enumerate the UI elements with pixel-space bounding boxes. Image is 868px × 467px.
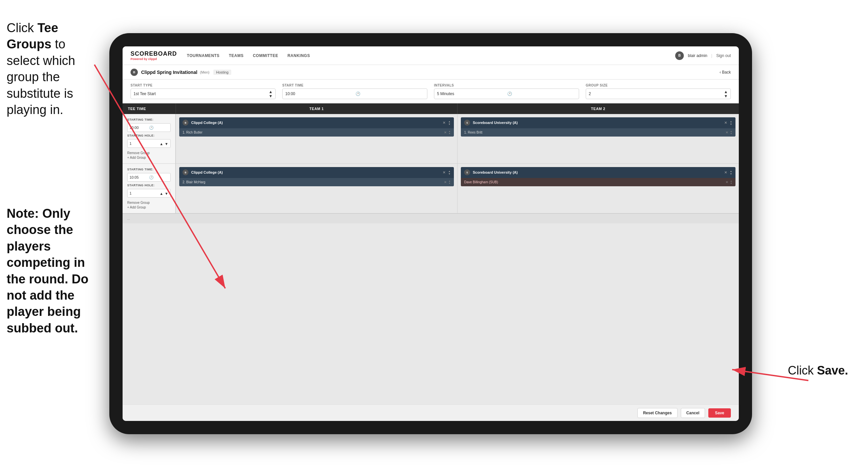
- save-button[interactable]: Save: [708, 408, 731, 418]
- start-type-up[interactable]: ▲: [269, 90, 273, 94]
- tee-time-col-1: STARTING TIME: 10:00 🕐 STARTING HOLE: 1 …: [123, 114, 176, 164]
- team1-controls-1: ✕ ▲ ▼: [443, 120, 451, 125]
- player-remove-1-2[interactable]: ✕: [444, 180, 446, 184]
- group-row-1: STARTING TIME: 10:00 🕐 STARTING HOLE: 1 …: [123, 114, 739, 164]
- starting-hole-input-2[interactable]: 1 ▲ ▼: [127, 189, 170, 198]
- player-remove-1-1[interactable]: ✕: [444, 130, 446, 134]
- save-bold: Save.: [817, 363, 848, 377]
- add-group-1[interactable]: + Add Group: [127, 156, 170, 159]
- player-up-2-1[interactable]: ▲: [730, 130, 732, 132]
- team1-header-1: B Clippd College (A) ✕ ▲ ▼: [179, 117, 454, 128]
- clock-icon: 🕐: [355, 91, 424, 96]
- gender-badge: (Men): [200, 70, 210, 74]
- player-down-1-2[interactable]: ▼: [448, 182, 451, 184]
- group-actions-2: Remove Group + Add Group: [127, 201, 170, 209]
- intervals-clock-icon: 🕐: [507, 91, 576, 96]
- start-time-label: Start Time: [282, 84, 427, 87]
- team2-avatar-1: S: [464, 120, 470, 126]
- starting-time-input-1[interactable]: 10:00 🕐: [127, 123, 170, 132]
- tablet-device: SCOREBOARD Powered by clippd TOURNAMENTS…: [109, 33, 752, 434]
- team1-entry-2: B Clippd College (A) ✕ ▲ ▼: [179, 167, 454, 186]
- team1-avatar-2: B: [183, 169, 188, 175]
- start-time-input[interactable]: 10:00 🕐: [282, 88, 427, 99]
- nav-tournaments[interactable]: TOURNAMENTS: [187, 52, 220, 59]
- tournament-title: Clippd Spring Invitational: [141, 69, 197, 75]
- hole-up-1[interactable]: ▲: [160, 142, 163, 146]
- team2-entry-2: S Scoreboard University (A) ✕ ▲ ▼: [461, 167, 736, 186]
- start-time-group: Start Time 10:00 🕐: [282, 84, 427, 99]
- hosting-badge: Hosting: [213, 69, 231, 75]
- player-down-1-1[interactable]: ▼: [448, 133, 451, 135]
- team2-down-1[interactable]: ▼: [730, 123, 732, 125]
- start-type-input[interactable]: 1st Tee Start ▲ ▼: [130, 88, 276, 99]
- team1-name-2: Clippd College (A): [191, 170, 443, 174]
- table-header: Tee Time Team 1 Team 2: [123, 104, 739, 114]
- nav-committee[interactable]: COMMITTEE: [253, 52, 278, 59]
- group-size-input[interactable]: 2 ▲ ▼: [586, 88, 731, 99]
- team2-avatar-2: S: [464, 169, 470, 175]
- team2-down-2[interactable]: ▼: [730, 173, 732, 175]
- team2-remove-2[interactable]: ✕: [724, 170, 727, 175]
- hole-up-2[interactable]: ▲: [160, 192, 163, 196]
- cancel-button[interactable]: Cancel: [681, 408, 705, 418]
- team1-remove-2[interactable]: ✕: [443, 170, 445, 175]
- note-bold: Note: Only choose the players competing …: [7, 206, 89, 335]
- back-button[interactable]: ‹ Back: [720, 70, 731, 75]
- team1-up-1[interactable]: ▲: [448, 120, 451, 123]
- team1-header-2: B Clippd College (A) ✕ ▲ ▼: [179, 167, 454, 178]
- team1-down-1[interactable]: ▼: [448, 123, 451, 125]
- team2-name-2: Scoreboard University (A): [473, 170, 724, 174]
- player-down-2-2[interactable]: ▼: [730, 182, 732, 184]
- start-type-down[interactable]: ▼: [269, 94, 273, 98]
- player-row-2-2: Dave Billingham (SUB) ✕ ▲ ▼: [461, 178, 736, 186]
- group-size-group: Group Size 2 ▲ ▼: [586, 84, 731, 99]
- team2-up-1[interactable]: ▲: [730, 120, 732, 123]
- reset-changes-button[interactable]: Reset Changes: [638, 408, 678, 418]
- player-up-1-2[interactable]: ▲: [448, 180, 451, 182]
- group-size-label: Group Size: [586, 84, 731, 87]
- starting-time-input-2[interactable]: 10:05 🕐: [127, 173, 170, 182]
- group-size-down[interactable]: ▼: [724, 94, 728, 98]
- player-row-1-2: 2. Blair McHarg ✕ ▲ ▼: [179, 178, 454, 186]
- player-row-2-1: 1. Rees Britt ✕ ▲ ▼: [461, 128, 736, 137]
- intervals-group: Intervals 5 Minutes 🕐: [434, 84, 579, 99]
- player-remove-2-2[interactable]: ✕: [725, 180, 728, 184]
- player-down-2-1[interactable]: ▼: [730, 133, 732, 135]
- starting-hole-input-1[interactable]: 1 ▲ ▼: [127, 139, 170, 148]
- team2-remove-1[interactable]: ✕: [724, 121, 727, 125]
- sub-header-logo: B: [130, 68, 138, 76]
- hole-down-2[interactable]: ▼: [165, 192, 168, 196]
- nav-right: B blair admin | Sign out: [675, 51, 731, 60]
- admin-avatar: B: [675, 51, 684, 60]
- team2-up-2[interactable]: ▲: [730, 170, 732, 172]
- player-remove-2-1[interactable]: ✕: [725, 130, 728, 134]
- player-up-2-2[interactable]: ▲: [730, 180, 732, 182]
- team2-name-1: Scoreboard University (A): [473, 121, 724, 125]
- team1-down-2[interactable]: ▼: [448, 173, 451, 175]
- group-row-2: STARTING TIME: 10:05 🕐 STARTING HOLE: 1 …: [123, 164, 739, 213]
- player-up-1-1[interactable]: ▲: [448, 130, 451, 132]
- intervals-input[interactable]: 5 Minutes 🕐: [434, 88, 579, 99]
- main-scroll[interactable]: STARTING TIME: 10:00 🕐 STARTING HOLE: 1 …: [123, 114, 739, 404]
- team1-up-2[interactable]: ▲: [448, 170, 451, 172]
- add-group-2[interactable]: + Add Group: [127, 205, 170, 209]
- instruction-note: Note: Only choose the players competing …: [0, 205, 103, 337]
- hole-down-1[interactable]: ▼: [165, 142, 168, 146]
- sign-out-link[interactable]: Sign out: [716, 53, 731, 58]
- top-nav: SCOREBOARD Powered by clippd TOURNAMENTS…: [123, 47, 739, 65]
- team1-remove-1[interactable]: ✕: [443, 121, 445, 125]
- logo-area: SCOREBOARD Powered by clippd: [130, 50, 177, 61]
- team1-avatar-1: B: [183, 120, 188, 126]
- remove-group-2[interactable]: Remove Group: [127, 201, 170, 204]
- team2-col-2: S Scoreboard University (A) ✕ ▲ ▼: [457, 164, 739, 213]
- group-size-up[interactable]: ▲: [724, 90, 728, 94]
- th-tee-time: Tee Time: [123, 104, 176, 114]
- team1-entry-1: B Clippd College (A) ✕ ▲ ▼: [179, 117, 454, 137]
- nav-rankings[interactable]: RANKINGS: [287, 52, 310, 59]
- teams-area-2: B Clippd College (A) ✕ ▲ ▼: [176, 164, 739, 213]
- th-team1: Team 1: [176, 104, 457, 114]
- team2-controls-2: ✕ ▲ ▼: [724, 170, 732, 175]
- remove-group-1[interactable]: Remove Group: [127, 151, 170, 155]
- nav-teams[interactable]: TEAMS: [229, 52, 244, 59]
- player-name-2-1: 1. Rees Britt: [464, 130, 725, 134]
